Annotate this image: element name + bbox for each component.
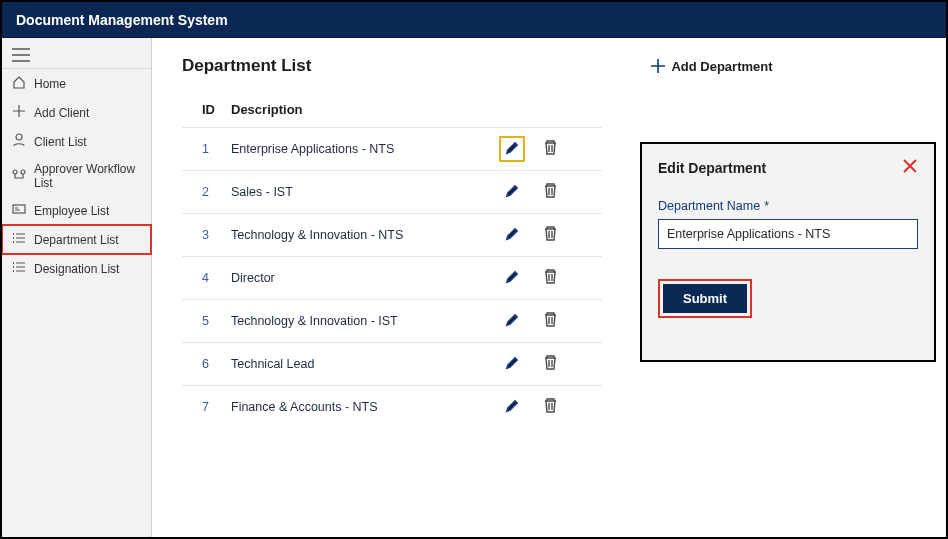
add-department-label: Add Department xyxy=(671,59,772,74)
row-description: Technology & Innovation - NTS xyxy=(223,214,493,257)
row-id: 1 xyxy=(182,128,223,171)
user-icon xyxy=(12,133,26,150)
svg-rect-3 xyxy=(13,205,25,213)
department-table: ID Description 1Enterprise Applications … xyxy=(182,94,602,428)
row-description: Technical Lead xyxy=(223,343,493,386)
svg-point-0 xyxy=(16,134,22,140)
sidebar-item-employee-list[interactable]: Employee List xyxy=(2,196,151,225)
delete-button[interactable] xyxy=(539,138,561,160)
home-icon xyxy=(12,75,26,92)
app-title: Document Management System xyxy=(16,12,228,28)
sidebar-item-department-list[interactable]: Department List xyxy=(2,225,151,254)
page-header: Department List Add Department xyxy=(182,56,920,76)
department-name-input[interactable] xyxy=(658,219,918,249)
pencil-icon xyxy=(505,184,519,201)
row-id: 7 xyxy=(182,386,223,429)
trash-icon xyxy=(544,312,557,330)
col-description: Description xyxy=(223,94,493,128)
delete-button[interactable] xyxy=(539,267,561,289)
delete-button[interactable] xyxy=(539,310,561,332)
trash-icon xyxy=(544,355,557,373)
edit-button[interactable] xyxy=(501,396,523,418)
sidebar-item-client-list[interactable]: Client List xyxy=(2,127,151,156)
sidebar-item-label: Approver Workflow List xyxy=(34,162,141,190)
dialog-close-button[interactable] xyxy=(902,158,918,177)
trash-icon xyxy=(544,226,557,244)
table-row: 4Director xyxy=(182,257,602,300)
trash-icon xyxy=(544,183,557,201)
table-row: 7Finance & Accounts - NTS xyxy=(182,386,602,429)
page-title: Department List xyxy=(182,56,311,76)
app-header: Document Management System xyxy=(2,2,946,38)
row-description: Sales - IST xyxy=(223,171,493,214)
dialog-title: Edit Department xyxy=(658,160,766,176)
pencil-icon xyxy=(505,227,519,244)
sidebar-item-label: Designation List xyxy=(34,262,119,276)
hamburger-icon xyxy=(12,48,30,62)
plus-icon xyxy=(651,59,665,73)
delete-button[interactable] xyxy=(539,353,561,375)
required-mark: * xyxy=(764,199,769,213)
sidebar-item-label: Client List xyxy=(34,135,87,149)
sidebar-item-home[interactable]: Home xyxy=(2,69,151,98)
row-id: 2 xyxy=(182,171,223,214)
trash-icon xyxy=(544,140,557,158)
submit-button[interactable]: Submit xyxy=(663,284,747,313)
list-icon xyxy=(12,260,26,277)
row-description: Technology & Innovation - IST xyxy=(223,300,493,343)
workflow-icon xyxy=(12,168,26,185)
add-department-button[interactable]: Add Department xyxy=(651,59,772,74)
trash-icon xyxy=(544,269,557,287)
edit-button[interactable] xyxy=(501,224,523,246)
sidebar-item-label: Employee List xyxy=(34,204,109,218)
edit-button[interactable] xyxy=(501,353,523,375)
edit-button[interactable] xyxy=(501,138,523,160)
edit-button[interactable] xyxy=(501,267,523,289)
row-id: 4 xyxy=(182,257,223,300)
table-row: 1Enterprise Applications - NTS xyxy=(182,128,602,171)
close-icon xyxy=(902,158,918,174)
pencil-icon xyxy=(505,313,519,330)
delete-button[interactable] xyxy=(539,396,561,418)
row-description: Finance & Accounts - NTS xyxy=(223,386,493,429)
card-icon xyxy=(12,202,26,219)
delete-button[interactable] xyxy=(539,181,561,203)
table-row: 3Technology & Innovation - NTS xyxy=(182,214,602,257)
pencil-icon xyxy=(505,270,519,287)
sidebar-item-add-client[interactable]: Add Client xyxy=(2,98,151,127)
sidebar: HomeAdd ClientClient ListApprover Workfl… xyxy=(2,38,152,537)
row-id: 6 xyxy=(182,343,223,386)
edit-department-dialog: Edit Department Department Name * Submit xyxy=(640,142,936,362)
col-id: ID xyxy=(182,94,223,128)
sidebar-item-label: Department List xyxy=(34,233,119,247)
list-icon xyxy=(12,231,26,248)
table-row: 2Sales - IST xyxy=(182,171,602,214)
submit-highlight: Submit xyxy=(658,279,752,318)
row-id: 5 xyxy=(182,300,223,343)
pencil-icon xyxy=(505,141,519,158)
sidebar-item-label: Add Client xyxy=(34,106,89,120)
department-name-label: Department Name * xyxy=(658,199,918,213)
sidebar-item-designation-list[interactable]: Designation List xyxy=(2,254,151,283)
svg-point-2 xyxy=(21,170,25,174)
delete-button[interactable] xyxy=(539,224,561,246)
trash-icon xyxy=(544,398,557,416)
table-row: 6Technical Lead xyxy=(182,343,602,386)
row-id: 3 xyxy=(182,214,223,257)
row-description: Director xyxy=(223,257,493,300)
sidebar-item-label: Home xyxy=(34,77,66,91)
edit-button[interactable] xyxy=(501,181,523,203)
menu-toggle[interactable] xyxy=(2,42,151,69)
plus-icon xyxy=(12,104,26,121)
row-description: Enterprise Applications - NTS xyxy=(223,128,493,171)
pencil-icon xyxy=(505,356,519,373)
pencil-icon xyxy=(505,399,519,416)
edit-button[interactable] xyxy=(501,310,523,332)
svg-point-1 xyxy=(13,170,17,174)
table-row: 5Technology & Innovation - IST xyxy=(182,300,602,343)
sidebar-item-approver-workflow-list[interactable]: Approver Workflow List xyxy=(2,156,151,196)
